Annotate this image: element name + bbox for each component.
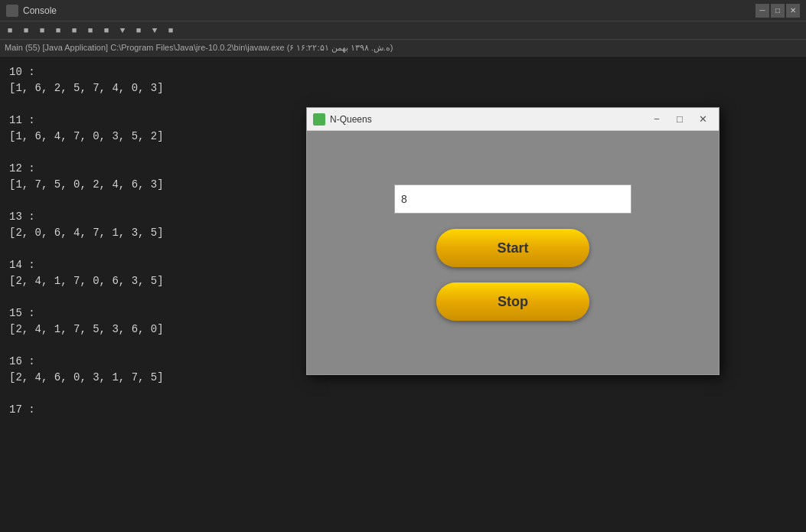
toolbar-icon-7[interactable]: ■	[100, 24, 113, 38]
close-button[interactable]: ✕	[786, 4, 800, 18]
nqueens-icon	[313, 113, 325, 126]
title-bar-buttons: ─ □ ✕	[755, 4, 800, 18]
nqueens-title: N-Queens	[330, 114, 642, 125]
nqueens-input[interactable]	[394, 184, 631, 214]
toolbar-icon-3[interactable]: ■	[35, 24, 49, 38]
toolbar-icon-6[interactable]: ■	[83, 24, 97, 38]
nqueens-minimize-button[interactable]: −	[647, 111, 667, 128]
nqueens-body: Start Stop	[307, 131, 719, 374]
toolbar-dropdown-1[interactable]: ▼	[116, 24, 129, 38]
console-line-1: 10 :	[9, 64, 797, 80]
console-line-21	[9, 386, 797, 402]
nqueens-window: N-Queens − □ ✕ Start Stop	[306, 107, 720, 375]
toolbar-icon-2[interactable]: ■	[19, 24, 33, 38]
nqueens-window-buttons: − □ ✕	[647, 111, 713, 128]
toolbar-icon-9[interactable]: ■	[164, 24, 178, 38]
toolbar-icon-8[interactable]: ■	[132, 24, 145, 38]
nqueens-close-button[interactable]: ✕	[693, 111, 713, 128]
title-bar-text: Console	[23, 5, 751, 16]
nqueens-maximize-button[interactable]: □	[670, 111, 690, 128]
app-icon	[6, 5, 18, 17]
toolbar: ■ ■ ■ ■ ■ ■ ■ ▼ ■ ▼ ■	[0, 21, 806, 40]
maximize-button[interactable]: □	[771, 4, 785, 18]
status-bar: Main (55) [Java Application] C:\Program …	[0, 40, 806, 57]
console-line-2: [1, 6, 2, 5, 7, 4, 0, 3]	[9, 80, 797, 96]
stop-button[interactable]: Stop	[436, 282, 589, 321]
status-text: Main (55) [Java Application] C:\Program …	[5, 43, 393, 53]
title-bar: Console ─ □ ✕	[0, 0, 806, 21]
toolbar-icon-4[interactable]: ■	[51, 24, 65, 38]
toolbar-dropdown-2[interactable]: ▼	[148, 24, 162, 38]
nqueens-titlebar: N-Queens − □ ✕	[307, 108, 719, 131]
toolbar-icon-1[interactable]: ■	[3, 24, 17, 38]
toolbar-icon-5[interactable]: ■	[67, 24, 81, 38]
start-button[interactable]: Start	[436, 229, 589, 267]
minimize-button[interactable]: ─	[755, 4, 769, 18]
console-line-22: 17 :	[9, 402, 797, 418]
